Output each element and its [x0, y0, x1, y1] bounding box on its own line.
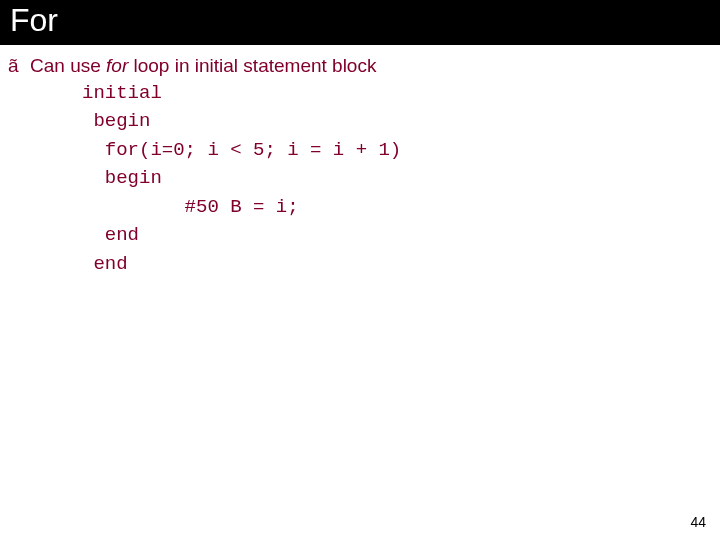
- bullet-pre: Can use: [30, 55, 106, 76]
- page-number: 44: [690, 514, 706, 530]
- bullet-marker: ã: [8, 55, 30, 77]
- slide-content: ã Can use for loop in initial statement …: [0, 45, 720, 278]
- code-line-1: initial: [82, 82, 162, 104]
- title-bar: For: [0, 0, 720, 45]
- slide-title: For: [10, 2, 58, 38]
- bullet-post: loop in initial statement block: [128, 55, 376, 76]
- code-line-3: for(i=0; i < 5; i = i + 1): [82, 139, 401, 161]
- bullet-item: ã Can use for loop in initial statement …: [0, 53, 720, 79]
- code-line-2: begin: [82, 110, 150, 132]
- code-line-4: begin: [82, 167, 162, 189]
- code-line-7: end: [82, 253, 128, 275]
- code-line-5: #50 B = i;: [82, 196, 299, 218]
- code-block: initial begin for(i=0; i < 5; i = i + 1)…: [0, 79, 720, 279]
- code-line-6: end: [82, 224, 139, 246]
- bullet-text: Can use for loop in initial statement bl…: [30, 53, 376, 79]
- bullet-keyword: for: [106, 55, 128, 76]
